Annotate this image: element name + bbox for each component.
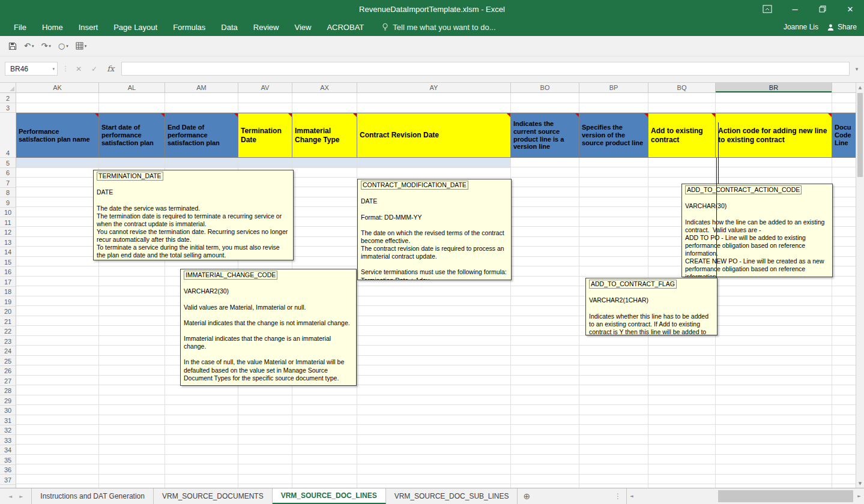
name-box-dropdown-icon[interactable]: ▾ bbox=[50, 67, 57, 71]
title-bar: RevenueDataImportTemplate.xlsm - Excel ─… bbox=[0, 0, 864, 18]
user-name[interactable]: Joanne Lis bbox=[784, 23, 818, 31]
insert-function-icon[interactable]: fx bbox=[107, 64, 114, 73]
vertical-scroll-track[interactable] bbox=[856, 92, 864, 479]
sheet-tab-vrm-source-documents[interactable]: VRM_SOURCE_DOCUMENTS bbox=[154, 488, 273, 504]
touch-mode-button[interactable]: ○▾ bbox=[56, 40, 71, 52]
ribbon-tab-page-layout[interactable]: Page Layout bbox=[106, 18, 165, 36]
ribbon-display-options-icon[interactable] bbox=[754, 0, 781, 18]
ribbon-tab-home[interactable]: Home bbox=[34, 18, 71, 36]
redo-dropdown-icon: ▾ bbox=[49, 44, 51, 49]
select-all-corner[interactable] bbox=[0, 83, 16, 92]
vertical-scrollbar[interactable]: ▲ ▼ bbox=[856, 83, 864, 488]
comment-title: ADD_TO_CONTRACT_FLAG bbox=[589, 280, 677, 289]
quick-access-toolbar: ↶▾ ↷▾ ○▾ ▾ bbox=[0, 36, 864, 56]
sheet-tab-vrm-source-doc-sub-lines[interactable]: VRM_SOURCE_DOC_SUB_LINES bbox=[386, 488, 518, 504]
table-tool-dropdown-icon: ▾ bbox=[85, 44, 87, 49]
comment-body: DATE The date the service was terminated… bbox=[97, 181, 290, 260]
column-header-bp[interactable]: BP bbox=[579, 83, 648, 92]
column-header-bq[interactable]: BQ bbox=[648, 83, 716, 92]
column-headers: AKALAMAVAXAYBOBPBQBR bbox=[16, 83, 856, 92]
sheet-tab-strip: Instructions and DAT GenerationVRM_SOURC… bbox=[31, 488, 518, 504]
column-header-am[interactable]: AM bbox=[165, 83, 238, 92]
touch-mode-dropdown-icon: ▾ bbox=[66, 44, 68, 49]
share-label: Share bbox=[838, 23, 857, 31]
comment-termination-date: TERMINATION_DATE DATE The date the servi… bbox=[93, 170, 294, 260]
column-header-bo[interactable]: BO bbox=[511, 83, 579, 92]
save-button[interactable] bbox=[6, 40, 19, 52]
sheet-grid[interactable]: 2345678910111213141516171819202122232425… bbox=[0, 93, 856, 488]
column-header-al[interactable]: AL bbox=[99, 83, 165, 92]
formula-input[interactable] bbox=[121, 62, 850, 76]
scroll-down-icon[interactable]: ▼ bbox=[856, 479, 864, 488]
close-button[interactable]: ✕ bbox=[836, 0, 864, 18]
sheet-tab-bar: ◄ ► Instructions and DAT GenerationVRM_S… bbox=[0, 488, 864, 504]
comment-title: CONTRACT_MODIFICATION_DATE bbox=[361, 181, 468, 190]
tell-me-label: Tell me what you want to do... bbox=[393, 23, 495, 32]
new-sheet-button[interactable]: ⊕ bbox=[518, 488, 536, 504]
column-header-av[interactable]: AV bbox=[238, 83, 292, 92]
comment-body: VARCHAR2(1CHAR) Indicates whether this l… bbox=[589, 289, 714, 335]
column-header-strip: AKALAMAVAXAYBOBPBQBR bbox=[0, 83, 856, 93]
column-header-br[interactable]: BR bbox=[716, 83, 832, 92]
tab-scroll-right-icon[interactable]: ► bbox=[19, 494, 23, 499]
comment-title: IMMATERIAL_CHANGE_CODE bbox=[184, 271, 277, 280]
horizontal-scroll-track[interactable] bbox=[636, 488, 854, 504]
comment-immaterial-change-code: IMMATERIAL_CHANGE_CODE VARCHAR2(30) Vali… bbox=[180, 269, 357, 386]
scroll-right-icon[interactable]: ► bbox=[854, 488, 864, 504]
ribbon-tab-insert[interactable]: Insert bbox=[71, 18, 106, 36]
ribbon-tab-review[interactable]: Review bbox=[246, 18, 287, 36]
comment-body: VARCHAR(30) Indicates how the line can b… bbox=[685, 194, 829, 277]
window-title: RevenueDataImportTemplate.xlsm - Excel bbox=[0, 5, 864, 14]
ribbon-tab-file[interactable]: File bbox=[6, 18, 34, 36]
ribbon-tab-formulas[interactable]: Formulas bbox=[165, 18, 213, 36]
lightbulb-icon bbox=[381, 23, 389, 31]
comment-connector-line bbox=[718, 122, 719, 184]
horizontal-scrollbar[interactable]: ◄ ► bbox=[626, 488, 864, 504]
table-tool-button[interactable]: ▾ bbox=[73, 40, 89, 52]
ribbon-tab-acrobat[interactable]: ACROBAT bbox=[319, 18, 372, 36]
redo-button[interactable]: ↷▾ bbox=[38, 40, 53, 52]
sheet-tab-vrm-source-doc-lines[interactable]: VRM_SOURCE_DOC_LINES bbox=[273, 488, 386, 504]
scroll-left-icon[interactable]: ◄ bbox=[627, 488, 636, 504]
formula-bar-splitter[interactable]: ⋮ bbox=[58, 65, 73, 73]
tab-bar-splitter[interactable]: ⋮ bbox=[609, 488, 626, 504]
comment-title: ADD_TO_CONTRACT_ACTION_CODE bbox=[685, 185, 802, 194]
comment-body: DATE Format: DD-MMM-YY The date on which… bbox=[361, 190, 508, 280]
ribbon: FileHomeInsertPage LayoutFormulasDataRev… bbox=[0, 18, 864, 36]
share-button[interactable]: Share bbox=[827, 23, 857, 31]
formula-bar-expand-icon[interactable]: ▾ bbox=[850, 66, 864, 72]
column-header-ay[interactable]: AY bbox=[357, 83, 511, 92]
name-box-value: BR46 bbox=[10, 65, 28, 73]
ribbon-tab-view[interactable]: View bbox=[286, 18, 319, 36]
tab-scroll-left-icon[interactable]: ◄ bbox=[8, 494, 12, 499]
horizontal-scroll-thumb[interactable] bbox=[718, 490, 853, 502]
vertical-scroll-thumb[interactable] bbox=[857, 93, 863, 177]
restore-button[interactable] bbox=[809, 0, 836, 18]
comment-contract-modification-date: CONTRACT_MODIFICATION_DATE DATE Format: … bbox=[357, 179, 512, 280]
sheet-tab-instructions-and-dat-generation[interactable]: Instructions and DAT Generation bbox=[31, 488, 154, 504]
name-box[interactable]: BR46 ▾ bbox=[5, 62, 58, 76]
comment-connector-line bbox=[716, 158, 717, 278]
comment-title: TERMINATION_DATE bbox=[97, 172, 163, 181]
undo-button[interactable]: ↶▾ bbox=[22, 40, 36, 52]
comments-layer: TERMINATION_DATE DATE The date the servi… bbox=[0, 93, 856, 488]
cancel-icon[interactable]: ✕ bbox=[76, 65, 82, 73]
enter-icon[interactable]: ✓ bbox=[91, 65, 97, 73]
comment-add-to-contract-flag: ADD_TO_CONTRACT_FLAG VARCHAR2(1CHAR) Ind… bbox=[585, 278, 717, 335]
ribbon-tab-data[interactable]: Data bbox=[213, 18, 245, 36]
column-header-next[interactable] bbox=[832, 83, 856, 92]
scroll-up-icon[interactable]: ▲ bbox=[856, 83, 864, 92]
share-person-icon bbox=[827, 23, 835, 31]
column-header-ax[interactable]: AX bbox=[292, 83, 357, 92]
worksheet-area: AKALAMAVAXAYBOBPBQBR 2345678910111213141… bbox=[0, 83, 864, 488]
tell-me-box[interactable]: Tell me what you want to do... bbox=[381, 23, 495, 32]
comment-add-to-contract-action-code: ADD_TO_CONTRACT_ACTION_CODE VARCHAR(30) … bbox=[681, 184, 833, 277]
ribbon-tab-strip: FileHomeInsertPage LayoutFormulasDataRev… bbox=[0, 18, 372, 36]
minimize-button[interactable]: ─ bbox=[781, 0, 809, 18]
formula-bar-row: BR46 ▾ ⋮ ✕ ✓ fx ▾ bbox=[0, 56, 864, 83]
comment-body: VARCHAR2(30) Valid values are Material, … bbox=[184, 280, 353, 382]
column-header-ak[interactable]: AK bbox=[16, 83, 99, 92]
undo-dropdown-icon: ▾ bbox=[32, 44, 34, 49]
